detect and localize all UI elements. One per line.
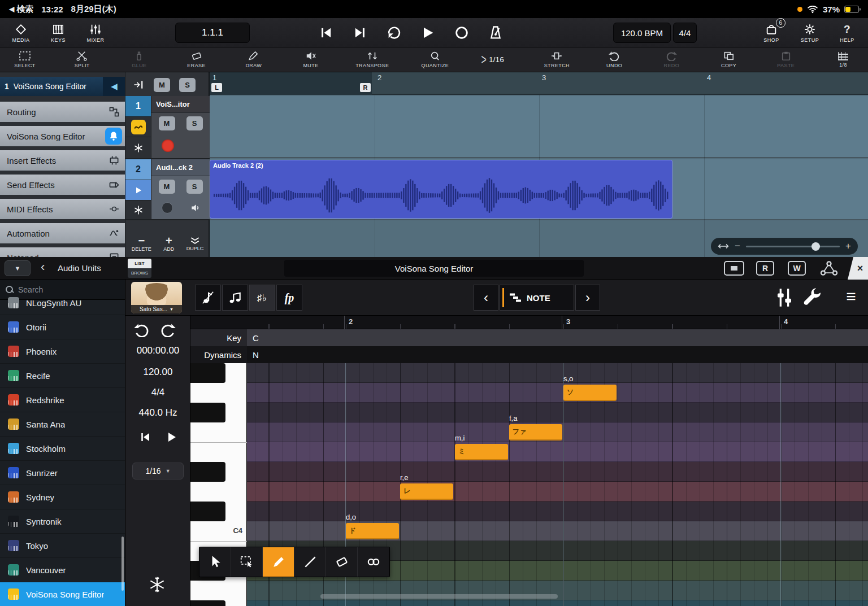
audio-unit-item[interactable]: NLogSynth AU <box>0 291 125 315</box>
dynamics-row[interactable]: Dynamics N <box>190 346 868 363</box>
edit-tool-select[interactable]: SELECT <box>12 51 37 68</box>
metronome-button[interactable] <box>487 25 504 41</box>
audio-unit-item[interactable]: Recife <box>0 364 125 388</box>
list-scrollbar[interactable] <box>121 537 124 591</box>
list-browse-toggle[interactable]: LIST BROWS <box>128 259 151 278</box>
global-mute-button[interactable]: M <box>154 78 170 92</box>
setup-button[interactable]: SETUP <box>792 20 827 45</box>
routing-icon-button[interactable] <box>818 260 840 276</box>
play-button[interactable] <box>419 25 436 41</box>
voice-avatar[interactable]: Sato Sas... ▼ <box>131 282 182 313</box>
audio-unit-item[interactable]: Santa Ana <box>0 412 125 437</box>
settings-wrench-button[interactable] <box>801 286 824 309</box>
beam-display-button[interactable] <box>222 285 248 311</box>
time-signature-display[interactable]: 4/4 <box>673 23 697 43</box>
track2-name[interactable]: Audi...ck 2 <box>151 159 210 176</box>
keys-button[interactable]: KEYS <box>41 20 76 45</box>
track2-solo-button[interactable]: S <box>186 180 203 194</box>
tool-marquee[interactable] <box>231 547 263 577</box>
piano-key-G#3[interactable] <box>190 600 225 606</box>
inspector-track-header[interactable]: 1 VoiSona Song Editor ◀ <box>0 77 125 96</box>
track1-instrument-cell[interactable] <box>125 116 151 137</box>
write-automation-button[interactable]: W <box>788 261 806 276</box>
track1-name[interactable]: VoiS...itor <box>151 96 210 113</box>
audio-unit-item[interactable]: Otorii <box>0 315 125 339</box>
track2-record-arm-button[interactable] <box>162 202 173 213</box>
tool-pencil[interactable] <box>263 547 294 577</box>
global-solo-button[interactable]: S <box>179 78 196 92</box>
track2-lane[interactable]: Audio Track 2 (2) <box>210 159 868 220</box>
duplicate-track-button[interactable]: DUPLC <box>186 237 204 251</box>
edit-tool-mute[interactable]: MUTE <box>298 51 323 68</box>
inspector-item-notepad[interactable]: Notepad <box>0 247 125 257</box>
mode-display[interactable]: NOTE <box>500 285 574 311</box>
audio-unit-item[interactable]: Tokyo <box>0 534 125 558</box>
list-toggle-option[interactable]: LIST <box>128 259 151 268</box>
freeze-snowflake-icon[interactable] <box>148 576 166 594</box>
piano-key-G#4[interactable] <box>190 363 225 383</box>
note-display-button[interactable] <box>195 285 221 311</box>
undo-button[interactable] <box>133 322 150 337</box>
note-D4[interactable]: レ <box>400 483 453 500</box>
inspector-item-insert-effects[interactable]: Insert Effects <box>0 150 125 171</box>
edit-tool-undo[interactable]: UNDO <box>602 51 627 68</box>
track1-record-arm-button[interactable] <box>162 139 174 152</box>
mixer-sliders-button[interactable] <box>773 286 796 309</box>
inspector-item-voisona-editor[interactable]: VoiSona Song Editor <box>0 126 125 146</box>
audio-clip[interactable]: Audio Track 2 (2) <box>210 160 672 219</box>
loop-start-marker[interactable]: L <box>211 83 222 92</box>
panel-collapse-button[interactable]: ▼ <box>5 260 31 276</box>
timeline-ruler[interactable]: 1234 L R <box>210 72 868 95</box>
piano-key-C#4[interactable] <box>190 502 225 521</box>
edit-tool-copy[interactable]: COPY <box>717 51 741 68</box>
inspector-item-send-effects[interactable]: Send Effects <box>0 175 125 195</box>
grid-resolution-button[interactable]: 1/8 <box>831 52 856 68</box>
back-to-app-chip[interactable]: ◀ 検索 <box>9 4 33 15</box>
retake-loop-button[interactable] <box>385 25 402 41</box>
hamburger-menu-button[interactable]: ≡ <box>839 286 863 309</box>
shop-button[interactable]: SHOP 6 <box>754 20 789 45</box>
loop-end-marker[interactable]: R <box>360 83 371 92</box>
next-mode-button[interactable]: › <box>575 285 600 311</box>
media-button[interactable]: MEDIA <box>3 20 38 45</box>
edit-tool-transpose[interactable]: TRANSPOSE <box>355 51 389 68</box>
tool-cursor[interactable] <box>199 547 231 577</box>
edit-tool-erase[interactable]: ERASE <box>184 51 209 68</box>
tool-line[interactable] <box>294 547 326 577</box>
key-row-value[interactable]: C <box>247 329 868 346</box>
prev-mode-button[interactable]: ‹ <box>474 285 498 311</box>
piano-key-D#4[interactable] <box>190 462 225 482</box>
piano-key-F#4[interactable] <box>190 403 225 422</box>
dynamics-row-value[interactable]: N <box>247 346 868 363</box>
follow-playhead-icon[interactable] <box>132 79 145 90</box>
mixer-button[interactable]: MIXER <box>78 20 113 45</box>
track1-mute-button[interactable]: M <box>159 116 175 130</box>
fit-window-button[interactable] <box>724 261 744 276</box>
track-header-2[interactable]: 2 Audi...ck 2 M S <box>125 159 210 220</box>
audio-unit-item[interactable]: Syntronik <box>0 509 125 534</box>
voice-name[interactable]: Sato Sas... ▼ <box>131 305 182 313</box>
zoom-in-button[interactable]: + <box>845 241 851 252</box>
song-position-display[interactable]: 1.1.1 <box>175 23 250 43</box>
close-plugin-tab[interactable]: × <box>848 257 868 280</box>
read-automation-button[interactable]: R <box>756 261 774 276</box>
note-E4[interactable]: ミ <box>455 444 508 460</box>
inspector-item-automation[interactable]: Automation <box>0 223 125 243</box>
delete-track-button[interactable]: − DELETE <box>132 236 151 252</box>
edit-tool-split[interactable]: SPLIT <box>70 51 94 68</box>
edit-tool-stretch[interactable]: STRETCH <box>544 51 570 68</box>
play-button[interactable] <box>164 430 178 444</box>
note-C4[interactable]: ド <box>346 523 399 539</box>
loop-region[interactable] <box>210 72 372 95</box>
help-button[interactable]: ? HELP <box>830 20 865 45</box>
track2-mute-button[interactable]: M <box>159 180 175 194</box>
record-button[interactable] <box>453 25 470 41</box>
bpm-display[interactable]: 120.0 BPM <box>613 23 671 43</box>
audio-unit-item[interactable]: Redshrike <box>0 388 125 412</box>
dynamics-button[interactable]: fp <box>276 285 302 311</box>
track-header-1[interactable]: 1 VoiS...itor M S <box>125 96 210 159</box>
zoom-out-button[interactable]: − <box>735 241 740 252</box>
add-track-button[interactable]: + ADD <box>163 236 174 252</box>
quantize-value-button[interactable]: >1/16 <box>481 55 511 65</box>
audio-unit-item[interactable]: Stockholm <box>0 437 125 461</box>
